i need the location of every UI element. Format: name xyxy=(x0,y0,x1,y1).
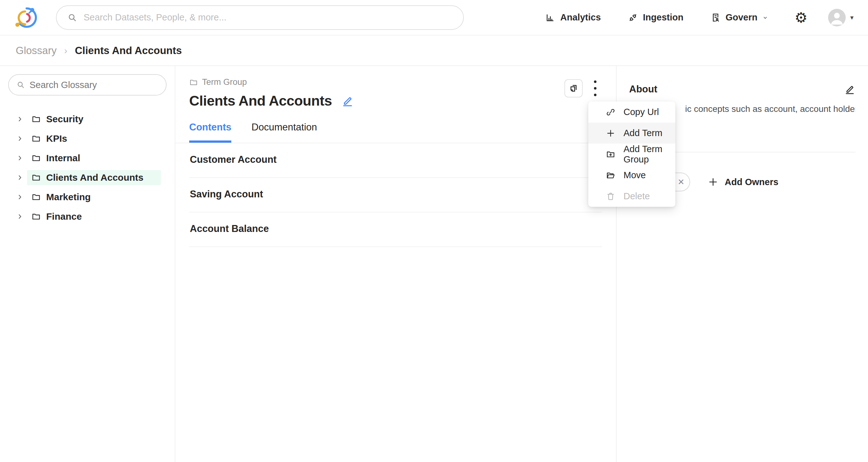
about-title: About xyxy=(629,84,657,95)
nav-analytics-label: Analytics xyxy=(560,12,601,23)
page-title: Clients And Accounts xyxy=(189,93,332,109)
entity-type-label: Term Group xyxy=(202,77,247,87)
copy-icon xyxy=(568,83,579,94)
tab-documentation[interactable]: Documentation xyxy=(251,122,317,143)
term-row-customer-account[interactable]: Customer Account xyxy=(189,143,602,178)
nav-govern-label: Govern xyxy=(726,12,758,23)
glossary-node-clients-and-accounts[interactable]: Clients And Accounts xyxy=(0,168,175,187)
add-owners-label: Add Owners xyxy=(725,177,778,187)
plus-icon xyxy=(708,177,718,187)
search-icon xyxy=(16,81,25,89)
chevron-right-icon[interactable] xyxy=(16,213,23,220)
remove-owner-icon[interactable]: ✕ xyxy=(678,177,684,187)
node-label: Finance xyxy=(46,211,82,222)
chevron-right-icon[interactable] xyxy=(16,135,23,142)
folder-icon xyxy=(31,153,41,163)
term-list: Customer Account Saving Account Account … xyxy=(189,143,602,247)
term-row-account-balance[interactable]: Account Balance xyxy=(189,212,602,247)
edit-title-pencil-icon[interactable] xyxy=(341,95,354,107)
node-label: Security xyxy=(46,114,83,124)
content-columns: Security KPIs Internal xyxy=(0,66,868,462)
trash-icon xyxy=(606,192,615,201)
search-icon xyxy=(67,12,77,23)
breadcrumb-glossary[interactable]: Glossary xyxy=(16,44,57,57)
copy-button[interactable] xyxy=(564,79,583,97)
folder-icon xyxy=(31,114,41,124)
folder-icon xyxy=(31,212,41,221)
settings-gear-icon[interactable]: ⚙ xyxy=(795,10,807,25)
menu-item-copy-url[interactable]: Copy Url xyxy=(588,101,675,123)
menu-item-add-term[interactable]: Add Term xyxy=(588,123,675,144)
tab-contents[interactable]: Contents xyxy=(189,122,231,143)
nav-links: Analytics Ingestion Govern xyxy=(545,12,768,23)
glossary-tree: Security KPIs Internal xyxy=(0,110,175,226)
glossary-node-security[interactable]: Security xyxy=(0,110,175,129)
breadcrumb-current: Clients And Accounts xyxy=(75,44,182,57)
folder-icon xyxy=(189,78,198,87)
glossary-node-internal[interactable]: Internal xyxy=(0,148,175,168)
glossary-node-kpis[interactable]: KPIs xyxy=(0,129,175,148)
nav-govern[interactable]: Govern xyxy=(711,12,768,23)
top-nav: Analytics Ingestion Govern xyxy=(0,0,868,35)
node-label: KPIs xyxy=(46,133,67,144)
entity-main: Term Group Clients And Accounts xyxy=(175,66,616,462)
audit-icon xyxy=(711,12,721,23)
glossary-search-input[interactable] xyxy=(30,80,160,90)
menu-item-label: Move xyxy=(623,170,646,180)
term-label: Saving Account xyxy=(190,189,263,199)
more-options-kebab-icon[interactable] xyxy=(588,79,602,97)
chevron-right-icon[interactable] xyxy=(16,194,23,201)
glossary-sidebar: Security KPIs Internal xyxy=(0,66,175,462)
chevron-right-icon[interactable] xyxy=(16,174,23,181)
menu-item-add-term-group[interactable]: Add Term Group xyxy=(588,144,675,165)
global-search-input[interactable] xyxy=(84,12,454,23)
bar-chart-icon xyxy=(545,12,555,23)
term-label: Customer Account xyxy=(190,154,277,165)
nav-ingestion[interactable]: Ingestion xyxy=(628,12,684,23)
breadcrumb: Glossary › Clients And Accounts xyxy=(0,35,868,66)
folder-icon xyxy=(31,192,41,202)
add-owners-button[interactable]: Add Owners xyxy=(708,177,778,187)
chevron-down-icon xyxy=(763,15,768,21)
node-label: Marketing xyxy=(46,192,91,203)
menu-item-delete: Delete xyxy=(588,186,675,207)
global-search xyxy=(56,5,464,30)
user-menu[interactable]: ▾ xyxy=(828,9,854,26)
entity-type: Term Group xyxy=(189,77,354,87)
folder-icon xyxy=(31,134,41,143)
plus-icon xyxy=(606,128,615,138)
menu-item-label: Add Term Group xyxy=(623,144,675,165)
page: Analytics Ingestion Govern xyxy=(0,0,868,462)
menu-item-label: Delete xyxy=(623,191,650,202)
node-label: Clients And Accounts xyxy=(46,172,143,183)
avatar xyxy=(828,9,846,26)
menu-item-move[interactable]: Move xyxy=(588,165,675,186)
breadcrumb-separator: › xyxy=(64,45,67,56)
avatar-caret-icon: ▾ xyxy=(850,14,854,21)
context-menu: Copy Url Add Term Add Term Group Move xyxy=(588,101,675,207)
entity-actions xyxy=(564,79,602,97)
chevron-right-icon[interactable] xyxy=(16,116,23,123)
entity-tabs: Contents Documentation xyxy=(175,122,616,143)
entity-header: Term Group Clients And Accounts xyxy=(189,77,354,109)
term-row-saving-account[interactable]: Saving Account xyxy=(189,178,602,212)
nav-ingestion-label: Ingestion xyxy=(643,12,684,23)
folder-icon xyxy=(31,173,41,182)
chevron-right-icon[interactable] xyxy=(16,155,23,161)
menu-item-label: Copy Url xyxy=(623,107,659,117)
glossary-node-marketing[interactable]: Marketing xyxy=(0,187,175,207)
plug-icon xyxy=(628,12,638,23)
folder-add-icon xyxy=(606,150,615,159)
glossary-search xyxy=(8,74,166,96)
nav-analytics[interactable]: Analytics xyxy=(545,12,601,23)
folder-open-icon xyxy=(606,171,615,180)
datahub-logo-icon[interactable] xyxy=(14,5,38,30)
menu-item-label: Add Term xyxy=(623,128,662,138)
term-label: Account Balance xyxy=(190,223,269,234)
edit-description-pencil-icon[interactable] xyxy=(844,84,856,95)
link-icon xyxy=(606,107,615,117)
glossary-node-finance[interactable]: Finance xyxy=(0,207,175,226)
user-silhouette-icon xyxy=(828,9,846,26)
node-label: Internal xyxy=(46,153,80,163)
